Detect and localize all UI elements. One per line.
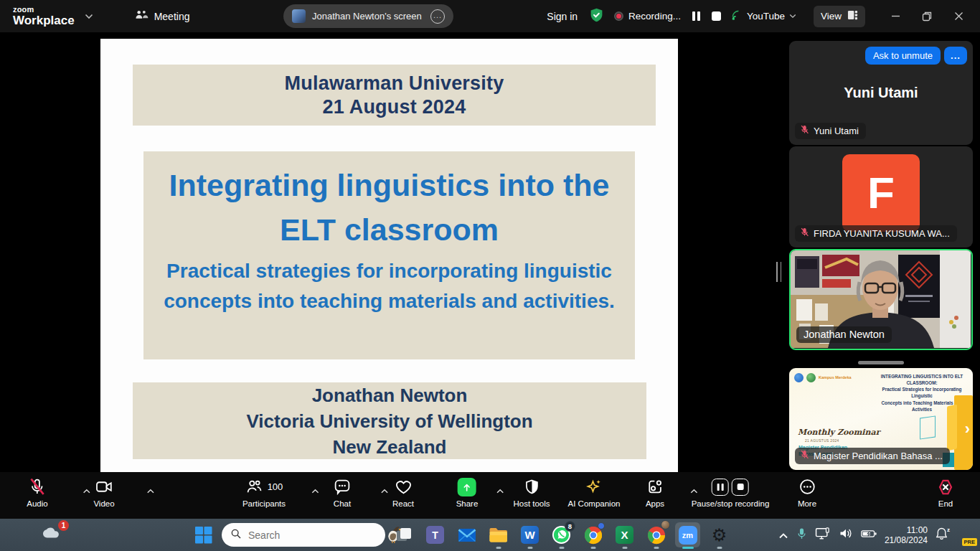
search-input[interactable]	[248, 529, 378, 541]
taskbar-search[interactable]	[222, 523, 385, 547]
maximize-button[interactable]	[911, 0, 943, 32]
participants-options-caret[interactable]	[311, 484, 319, 497]
slide-header-box: Mulawarman University 21 August 2024	[133, 65, 656, 126]
participant-tile-firda[interactable]: F FIRDA YUANITA KUSUMA WA...	[789, 146, 973, 248]
participant-name-pill: Magister Pendidikan Bahasa ...	[795, 448, 950, 464]
more-label: More	[798, 499, 816, 508]
pause-recording-icon[interactable]	[712, 479, 729, 496]
poster-frame-shape	[920, 415, 936, 439]
pill-more-options-icon[interactable]: ...	[430, 9, 445, 24]
panel-resize-handle[interactable]	[776, 262, 781, 282]
whatsapp-icon[interactable]: 8	[548, 520, 575, 550]
audio-label: Audio	[27, 499, 47, 508]
participants-button[interactable]: 100 Participants	[242, 477, 286, 508]
pause-stop-recording-button[interactable]: Pause/stop recording	[692, 477, 770, 508]
end-button[interactable]: End	[936, 477, 955, 508]
brand-workplace: Workplace	[13, 14, 75, 27]
taskbar-center: T W 8 X	[190, 519, 732, 551]
recording-label: Recording...	[628, 11, 681, 22]
stop-recording-icon[interactable]	[712, 11, 721, 21]
brand-zoom: zoom	[13, 6, 75, 14]
teams-app-icon[interactable]: T	[422, 520, 448, 550]
slide-title-box: Integrating linguistics into the ELT cla…	[143, 151, 635, 359]
more-button[interactable]: More	[798, 477, 816, 508]
next-chevron-icon[interactable]: ›	[965, 420, 970, 438]
settings-gear-icon[interactable]: ⚙	[706, 520, 732, 550]
share-options-caret[interactable]	[496, 484, 504, 497]
video-button[interactable]: Video	[93, 477, 114, 508]
chrome-icon[interactable]	[580, 520, 606, 550]
close-button[interactable]	[943, 0, 974, 32]
audio-button[interactable]: Audio	[27, 477, 47, 508]
tray-network-display-icon[interactable]	[815, 527, 831, 543]
video-options-caret[interactable]	[146, 484, 154, 497]
heart-icon	[394, 477, 412, 496]
video-label: Video	[93, 499, 114, 508]
chat-options-caret[interactable]	[381, 484, 389, 497]
windows-taskbar: 1 T	[0, 519, 980, 551]
chat-button[interactable]: Chat	[334, 477, 352, 508]
host-tools-button[interactable]: Host tools	[513, 477, 550, 508]
react-button[interactable]: React	[392, 477, 414, 508]
participant-name-pill: FIRDA YUANITA KUSUMA WA...	[795, 225, 957, 242]
view-layout-icon	[847, 10, 858, 22]
mic-muted-icon	[800, 450, 809, 461]
start-button[interactable]	[190, 520, 217, 550]
slide-subtitle: Practical strategies for incorporating l…	[143, 256, 635, 316]
chrome-profile2-icon[interactable]	[643, 520, 669, 550]
hidden-icons-chevron[interactable]	[778, 529, 788, 542]
word-letter: W	[521, 526, 539, 544]
taskbar-clock[interactable]: 11:00 21/08/2024	[885, 525, 928, 545]
view-button[interactable]: View	[814, 6, 865, 27]
zoom-meeting-window: zoom Workplace Meeting Jonathan Newton's…	[0, 0, 980, 551]
live-stream-control[interactable]: YouTube	[731, 10, 796, 23]
task-view-button[interactable]	[390, 520, 417, 550]
shared-screen-label: Jonathan Newton's screen	[312, 11, 424, 22]
tray-mic-icon[interactable]	[796, 527, 807, 543]
participant-tile-jonathan-video[interactable]: Jonathan Newton	[789, 249, 973, 350]
participant-name-pill: Jonathan Newton	[796, 326, 892, 343]
participant-tile-magister[interactable]: Kampus Merdeka INTEGRATING LINGUISTICS I…	[789, 368, 973, 470]
mic-muted-icon	[28, 477, 46, 496]
excel-app-icon[interactable]: X	[611, 520, 638, 550]
panel-scroll-gripper[interactable]	[858, 361, 904, 364]
audio-options-caret[interactable]	[83, 484, 90, 497]
react-label: React	[392, 499, 414, 508]
notification-bell-icon[interactable]: z	[936, 527, 948, 543]
stop-recording-icon[interactable]	[732, 479, 749, 496]
ask-to-unmute-button[interactable]: Ask to unmute	[865, 47, 941, 65]
mail-app-icon[interactable]	[453, 520, 480, 550]
onedrive-tray-icon[interactable]: 1	[42, 525, 63, 542]
file-explorer-icon[interactable]	[485, 520, 512, 550]
chat-label: Chat	[334, 499, 351, 508]
tray-volume-icon[interactable]	[839, 527, 853, 542]
participant-name-label: Jonathan Newton	[804, 329, 885, 340]
apps-button[interactable]: Apps	[646, 477, 664, 508]
tab-meeting[interactable]: Meeting	[135, 9, 190, 23]
top-bar-controls: Sign in Recording... YouTube View	[547, 0, 974, 32]
tile-more-button[interactable]: ...	[944, 47, 967, 65]
meeting-toolbar: Audio Video 100 Participants Chat	[0, 472, 980, 519]
copilot-icon[interactable]: PRE	[956, 527, 973, 544]
ai-companion-button[interactable]: AI Companion	[568, 477, 621, 508]
recording-dot-icon	[614, 11, 623, 21]
ai-companion-label: AI Companion	[568, 499, 621, 508]
share-button[interactable]: Share	[456, 477, 479, 508]
excel-letter: X	[616, 526, 633, 544]
recording-indicator: Recording...	[614, 11, 681, 22]
chevron-down-icon[interactable]	[85, 12, 93, 21]
pause-recording-icon[interactable]	[692, 11, 700, 21]
view-label: View	[821, 11, 842, 22]
shared-screen-pill[interactable]: Jonathan Newton's screen ...	[283, 4, 453, 28]
system-tray: 11:00 21/08/2024 z PRE	[778, 519, 973, 551]
security-shield-icon[interactable]	[589, 7, 604, 26]
tray-battery-icon[interactable]	[861, 529, 877, 542]
mic-muted-icon	[800, 227, 809, 239]
zoom-app-icon[interactable]: zm	[674, 520, 701, 550]
word-app-icon[interactable]: W	[517, 520, 543, 550]
sign-in-button[interactable]: Sign in	[547, 11, 578, 22]
meeting-people-icon	[135, 9, 149, 23]
minimize-button[interactable]	[880, 0, 911, 32]
slide-title: Integrating linguistics into the ELT cla…	[143, 163, 635, 252]
participant-tile-yuni[interactable]: Yuni Utami Ask to unmute ... Yuni Utami	[789, 41, 973, 145]
